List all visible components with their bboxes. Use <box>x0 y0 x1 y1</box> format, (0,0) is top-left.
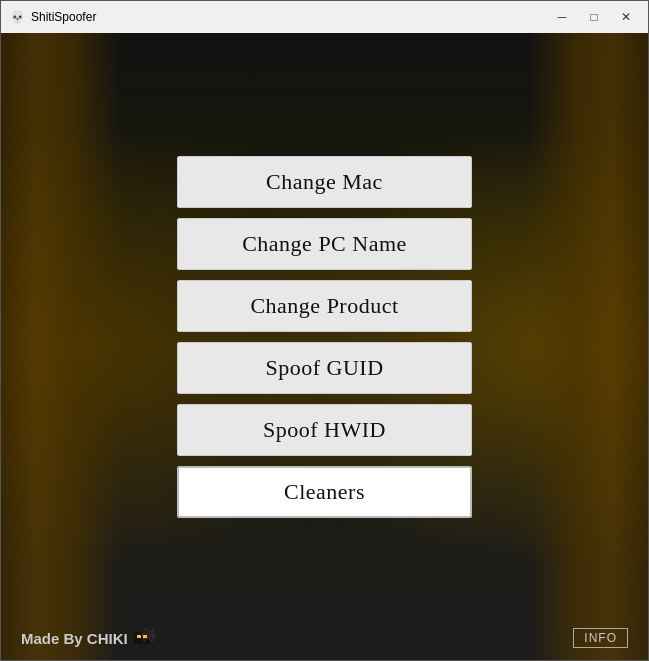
minimize-button[interactable]: ─ <box>548 7 576 27</box>
close-button[interactable]: ✕ <box>612 7 640 27</box>
chiki-icon <box>132 628 156 648</box>
spoof-guid-button[interactable]: Spoof GUID <box>177 342 472 394</box>
app-window: 💀 ShitiSpoofer ─ □ ✕ Change Mac Change P… <box>0 0 649 661</box>
window-title: ShitiSpoofer <box>31 10 96 24</box>
cleaners-button[interactable]: Cleaners <box>177 466 472 518</box>
made-by-text: Made By CHIKI <box>21 630 128 647</box>
footer: Made By CHIKI INFO <box>1 628 648 648</box>
info-button[interactable]: INFO <box>573 628 628 648</box>
maximize-button[interactable]: □ <box>580 7 608 27</box>
title-bar-left: 💀 ShitiSpoofer <box>9 9 96 25</box>
title-bar: 💀 ShitiSpoofer ─ □ ✕ <box>1 1 648 33</box>
svg-rect-3 <box>143 635 147 638</box>
window-controls: ─ □ ✕ <box>548 7 640 27</box>
made-by-label: Made By CHIKI <box>21 628 156 648</box>
main-content: Change Mac Change PC Name Change Product… <box>1 33 648 660</box>
spoof-hwid-button[interactable]: Spoof HWID <box>177 404 472 456</box>
change-product-button[interactable]: Change Product <box>177 280 472 332</box>
svg-rect-2 <box>137 635 141 638</box>
app-icon: 💀 <box>9 9 25 25</box>
change-mac-button[interactable]: Change Mac <box>177 156 472 208</box>
buttons-container: Change Mac Change PC Name Change Product… <box>21 156 628 518</box>
change-pc-name-button[interactable]: Change PC Name <box>177 218 472 270</box>
